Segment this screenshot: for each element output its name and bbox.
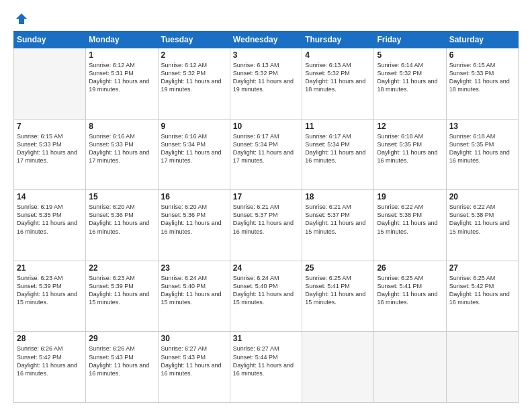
day-number: 6 xyxy=(449,50,515,60)
logo-icon xyxy=(15,12,28,26)
day-number: 8 xyxy=(89,122,154,131)
calendar-cell: 9Sunrise: 6:16 AM Sunset: 5:34 PM Daylig… xyxy=(158,119,230,190)
day-info: Sunrise: 6:15 AM Sunset: 5:33 PM Dayligh… xyxy=(449,61,515,94)
calendar-cell: 15Sunrise: 6:20 AM Sunset: 5:36 PM Dayli… xyxy=(86,190,158,261)
day-info: Sunrise: 6:22 AM Sunset: 5:38 PM Dayligh… xyxy=(377,203,443,236)
week-row-1: 7Sunrise: 6:15 AM Sunset: 5:33 PM Daylig… xyxy=(14,119,519,190)
calendar-cell: 17Sunrise: 6:21 AM Sunset: 5:37 PM Dayli… xyxy=(230,190,302,261)
day-info: Sunrise: 6:24 AM Sunset: 5:40 PM Dayligh… xyxy=(233,274,299,307)
day-info: Sunrise: 6:12 AM Sunset: 5:31 PM Dayligh… xyxy=(89,61,154,94)
logo xyxy=(13,12,28,26)
calendar-cell: 23Sunrise: 6:24 AM Sunset: 5:40 PM Dayli… xyxy=(158,261,230,332)
calendar-cell: 21Sunrise: 6:23 AM Sunset: 5:39 PM Dayli… xyxy=(14,261,86,332)
day-info: Sunrise: 6:23 AM Sunset: 5:39 PM Dayligh… xyxy=(17,274,83,307)
day-number: 1 xyxy=(89,50,154,60)
day-number: 30 xyxy=(161,334,227,343)
day-number: 4 xyxy=(305,50,371,60)
day-info: Sunrise: 6:15 AM Sunset: 5:33 PM Dayligh… xyxy=(17,132,83,165)
day-number: 7 xyxy=(17,122,83,131)
day-info: Sunrise: 6:23 AM Sunset: 5:39 PM Dayligh… xyxy=(89,274,154,307)
calendar-cell: 7Sunrise: 6:15 AM Sunset: 5:33 PM Daylig… xyxy=(14,119,86,190)
day-number: 26 xyxy=(377,263,443,273)
calendar-cell: 1Sunrise: 6:12 AM Sunset: 5:31 PM Daylig… xyxy=(86,48,158,120)
day-number: 15 xyxy=(89,192,154,201)
day-info: Sunrise: 6:14 AM Sunset: 5:32 PM Dayligh… xyxy=(377,61,443,94)
calendar-cell: 24Sunrise: 6:24 AM Sunset: 5:40 PM Dayli… xyxy=(230,261,302,332)
calendar-cell: 12Sunrise: 6:18 AM Sunset: 5:35 PM Dayli… xyxy=(374,119,446,190)
day-number: 12 xyxy=(377,122,443,131)
calendar-cell: 10Sunrise: 6:17 AM Sunset: 5:34 PM Dayli… xyxy=(230,119,302,190)
day-number: 17 xyxy=(233,192,299,201)
day-number: 23 xyxy=(161,263,227,273)
day-number: 3 xyxy=(233,50,299,60)
day-info: Sunrise: 6:25 AM Sunset: 5:41 PM Dayligh… xyxy=(377,274,443,307)
day-info: Sunrise: 6:18 AM Sunset: 5:35 PM Dayligh… xyxy=(377,132,443,165)
header-row: SundayMondayTuesdayWednesdayThursdayFrid… xyxy=(14,32,519,48)
header-cell-sunday: Sunday xyxy=(14,32,86,48)
calendar-cell: 29Sunrise: 6:26 AM Sunset: 5:43 PM Dayli… xyxy=(86,332,158,403)
calendar-cell: 26Sunrise: 6:25 AM Sunset: 5:41 PM Dayli… xyxy=(374,261,446,332)
day-info: Sunrise: 6:16 AM Sunset: 5:33 PM Dayligh… xyxy=(89,132,154,165)
day-number: 2 xyxy=(161,50,227,60)
calendar-cell: 19Sunrise: 6:22 AM Sunset: 5:38 PM Dayli… xyxy=(374,190,446,261)
day-info: Sunrise: 6:26 AM Sunset: 5:43 PM Dayligh… xyxy=(89,345,154,377)
header-cell-tuesday: Tuesday xyxy=(158,32,230,48)
calendar-table: SundayMondayTuesdayWednesdayThursdayFrid… xyxy=(13,31,519,403)
calendar-cell: 31Sunrise: 6:27 AM Sunset: 5:44 PM Dayli… xyxy=(230,332,302,403)
day-number: 19 xyxy=(377,192,443,201)
calendar-cell: 30Sunrise: 6:27 AM Sunset: 5:43 PM Dayli… xyxy=(158,332,230,403)
calendar-cell: 25Sunrise: 6:25 AM Sunset: 5:41 PM Dayli… xyxy=(302,261,374,332)
day-number: 14 xyxy=(17,192,83,201)
calendar-cell: 8Sunrise: 6:16 AM Sunset: 5:33 PM Daylig… xyxy=(86,119,158,190)
day-number: 11 xyxy=(305,122,371,131)
day-number: 5 xyxy=(377,50,443,60)
header-cell-monday: Monday xyxy=(86,32,158,48)
calendar-cell: 4Sunrise: 6:13 AM Sunset: 5:32 PM Daylig… xyxy=(302,48,374,120)
header-cell-thursday: Thursday xyxy=(302,32,374,48)
day-number: 13 xyxy=(449,122,515,131)
calendar-cell: 18Sunrise: 6:21 AM Sunset: 5:37 PM Dayli… xyxy=(302,190,374,261)
calendar-cell: 13Sunrise: 6:18 AM Sunset: 5:35 PM Dayli… xyxy=(446,119,518,190)
day-number: 24 xyxy=(233,263,299,273)
calendar-cell: 28Sunrise: 6:26 AM Sunset: 5:42 PM Dayli… xyxy=(14,332,86,403)
header-cell-saturday: Saturday xyxy=(446,32,518,48)
calendar-cell xyxy=(302,332,374,403)
day-number: 28 xyxy=(17,334,83,343)
header xyxy=(13,12,519,26)
day-info: Sunrise: 6:21 AM Sunset: 5:37 PM Dayligh… xyxy=(233,203,299,236)
calendar-cell: 5Sunrise: 6:14 AM Sunset: 5:32 PM Daylig… xyxy=(374,48,446,120)
day-number: 25 xyxy=(305,263,371,273)
calendar-cell xyxy=(374,332,446,403)
day-number: 22 xyxy=(89,263,154,273)
day-info: Sunrise: 6:17 AM Sunset: 5:34 PM Dayligh… xyxy=(305,132,371,165)
day-number: 18 xyxy=(305,192,371,201)
day-number: 20 xyxy=(449,192,515,201)
calendar-cell: 11Sunrise: 6:17 AM Sunset: 5:34 PM Dayli… xyxy=(302,119,374,190)
week-row-2: 14Sunrise: 6:19 AM Sunset: 5:35 PM Dayli… xyxy=(14,190,519,261)
day-info: Sunrise: 6:26 AM Sunset: 5:42 PM Dayligh… xyxy=(17,345,83,377)
calendar-cell: 22Sunrise: 6:23 AM Sunset: 5:39 PM Dayli… xyxy=(86,261,158,332)
day-info: Sunrise: 6:27 AM Sunset: 5:43 PM Dayligh… xyxy=(161,345,227,377)
calendar-cell xyxy=(14,48,86,120)
day-info: Sunrise: 6:22 AM Sunset: 5:38 PM Dayligh… xyxy=(449,203,515,236)
week-row-0: 1Sunrise: 6:12 AM Sunset: 5:31 PM Daylig… xyxy=(14,48,519,120)
page: SundayMondayTuesdayWednesdayThursdayFrid… xyxy=(0,0,532,411)
week-row-4: 28Sunrise: 6:26 AM Sunset: 5:42 PM Dayli… xyxy=(14,332,519,403)
day-info: Sunrise: 6:25 AM Sunset: 5:41 PM Dayligh… xyxy=(305,274,371,307)
calendar-cell: 27Sunrise: 6:25 AM Sunset: 5:42 PM Dayli… xyxy=(446,261,518,332)
calendar-cell: 2Sunrise: 6:12 AM Sunset: 5:32 PM Daylig… xyxy=(158,48,230,120)
day-info: Sunrise: 6:27 AM Sunset: 5:44 PM Dayligh… xyxy=(233,345,299,377)
calendar-cell: 3Sunrise: 6:13 AM Sunset: 5:32 PM Daylig… xyxy=(230,48,302,120)
day-info: Sunrise: 6:20 AM Sunset: 5:36 PM Dayligh… xyxy=(89,203,154,236)
day-number: 29 xyxy=(89,334,154,343)
week-row-3: 21Sunrise: 6:23 AM Sunset: 5:39 PM Dayli… xyxy=(14,261,519,332)
calendar-cell: 16Sunrise: 6:20 AM Sunset: 5:36 PM Dayli… xyxy=(158,190,230,261)
day-info: Sunrise: 6:21 AM Sunset: 5:37 PM Dayligh… xyxy=(305,203,371,236)
day-info: Sunrise: 6:18 AM Sunset: 5:35 PM Dayligh… xyxy=(449,132,515,165)
day-info: Sunrise: 6:16 AM Sunset: 5:34 PM Dayligh… xyxy=(161,132,227,165)
day-info: Sunrise: 6:13 AM Sunset: 5:32 PM Dayligh… xyxy=(305,61,371,94)
day-info: Sunrise: 6:17 AM Sunset: 5:34 PM Dayligh… xyxy=(233,132,299,165)
calendar-cell: 20Sunrise: 6:22 AM Sunset: 5:38 PM Dayli… xyxy=(446,190,518,261)
calendar-cell xyxy=(446,332,518,403)
header-cell-wednesday: Wednesday xyxy=(230,32,302,48)
